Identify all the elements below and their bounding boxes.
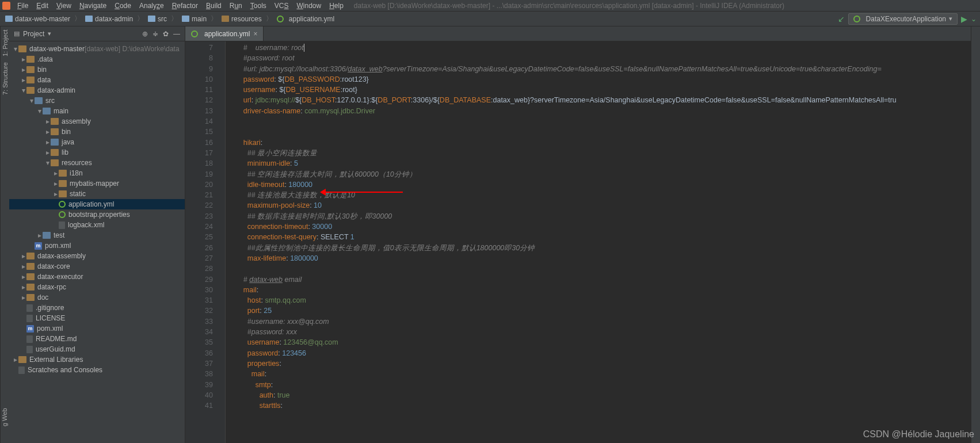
tree-row[interactable]: datax-rpc bbox=[9, 282, 185, 292]
tree-row[interactable]: .gitignore bbox=[9, 303, 185, 313]
panel-icon: ▤ bbox=[14, 30, 20, 37]
debug-button[interactable]: ⌄ bbox=[971, 15, 977, 23]
panel-title: Project bbox=[23, 30, 44, 38]
tree-row[interactable]: mpom.xml bbox=[9, 323, 185, 334]
tree-row[interactable]: test bbox=[9, 230, 185, 240]
breadcrumbs: datax-web-master〉 datax-admin〉 src〉 main… bbox=[3, 14, 336, 24]
chevron-down-icon[interactable]: ▾ bbox=[48, 30, 51, 37]
tree-row[interactable]: logback.xml bbox=[9, 220, 185, 230]
menu-analyze[interactable]: Analyze bbox=[136, 2, 167, 10]
tree-row[interactable]: i18n bbox=[9, 168, 185, 178]
tree-row[interactable]: src bbox=[9, 96, 185, 106]
menu-code[interactable]: Code bbox=[111, 2, 135, 10]
tree-row[interactable]: bin bbox=[9, 64, 185, 75]
tree-row[interactable]: Scratches and Consoles bbox=[9, 365, 185, 375]
tree-row[interactable]: bootstrap.properties bbox=[9, 209, 185, 220]
tree-row[interactable]: main bbox=[9, 106, 185, 116]
annotation-arrow bbox=[322, 192, 403, 193]
editor-area: application.yml × 7891011121314151617181… bbox=[185, 26, 971, 443]
menu-view[interactable]: View bbox=[53, 2, 75, 10]
chevron-down-icon: ▾ bbox=[949, 15, 952, 22]
project-header: ▤ Project ▾ ⊕ ≑ ✿ — bbox=[9, 26, 185, 41]
menu-edit[interactable]: Edit bbox=[33, 2, 52, 10]
crumb-4[interactable]: resources bbox=[220, 15, 264, 23]
tree-row[interactable]: application.yml bbox=[9, 199, 185, 209]
tab-label: application.yml bbox=[204, 30, 250, 38]
line-gutter: 7891011121314151617181920212223242526272… bbox=[185, 41, 218, 443]
crumb-5[interactable]: application.yml bbox=[275, 15, 336, 23]
tree-row[interactable]: assembly bbox=[9, 116, 185, 127]
tool-web[interactable]: g Web bbox=[0, 391, 9, 443]
editor-tab-application[interactable]: application.yml × bbox=[185, 26, 264, 41]
menu-tools[interactable]: Tools bbox=[247, 2, 270, 10]
window-title: datax-web [D:\ideaWorke\datax-web-master… bbox=[354, 2, 784, 10]
code-editor[interactable]: 7891011121314151617181920212223242526272… bbox=[185, 41, 971, 443]
crumb-2[interactable]: src bbox=[146, 15, 169, 23]
menu-refactor[interactable]: Refactor bbox=[169, 2, 201, 10]
menu-bar: File Edit View Navigate Code Analyze Ref… bbox=[0, 0, 980, 12]
hide-icon[interactable]: — bbox=[173, 30, 180, 38]
right-gutter[interactable] bbox=[971, 26, 980, 443]
tree-row[interactable]: java bbox=[9, 137, 185, 147]
close-icon[interactable]: × bbox=[253, 30, 257, 38]
menu-build[interactable]: Build bbox=[203, 2, 225, 10]
left-gutter[interactable]: 7: Structure 1: Project bbox=[0, 26, 9, 443]
project-tree[interactable]: datax-web-master [datax-web] D:\ideaWork… bbox=[9, 41, 185, 443]
tree-row[interactable]: datax-executor bbox=[9, 272, 185, 282]
tree-row[interactable]: .data bbox=[9, 54, 185, 64]
run-config-selector[interactable]: DataXExecutorApplication ▾ bbox=[848, 13, 958, 25]
run-config-label: DataXExecutorApplication bbox=[866, 15, 946, 23]
spring-icon bbox=[191, 30, 198, 37]
tree-row[interactable]: mybatis-mapper bbox=[9, 178, 185, 189]
spring-icon bbox=[853, 16, 860, 22]
sync-icon[interactable]: ↙ bbox=[838, 14, 845, 24]
tree-row[interactable]: static bbox=[9, 189, 185, 199]
tool-structure[interactable]: 7: Structure bbox=[2, 62, 9, 95]
tree-row[interactable]: datax-admin bbox=[9, 85, 185, 96]
code-content[interactable]: # username: root #password: root #url: j… bbox=[226, 41, 971, 443]
project-panel: ▤ Project ▾ ⊕ ≑ ✿ — datax-web-master [da… bbox=[9, 26, 185, 443]
run-button[interactable]: ▶ bbox=[961, 14, 967, 24]
menu-help[interactable]: Help bbox=[326, 2, 347, 10]
select-opened-icon[interactable]: ⊕ bbox=[142, 30, 148, 38]
watermark: CSDN @Hélodie Jaqueline bbox=[863, 429, 974, 440]
tree-row[interactable]: External Libraries bbox=[9, 354, 185, 365]
crumb-1[interactable]: datax-admin bbox=[83, 15, 135, 23]
tree-row[interactable]: datax-assembly bbox=[9, 251, 185, 261]
tree-row[interactable]: resources bbox=[9, 158, 185, 168]
tree-row[interactable]: bin bbox=[9, 127, 185, 137]
tree-row[interactable]: README.md bbox=[9, 334, 185, 344]
tool-project[interactable]: 1: Project bbox=[2, 30, 9, 56]
tree-row[interactable]: datax-core bbox=[9, 261, 185, 272]
tree-row[interactable]: doc bbox=[9, 292, 185, 303]
crumb-0[interactable]: datax-web-master bbox=[3, 15, 72, 23]
menu-navigate[interactable]: Navigate bbox=[76, 2, 110, 10]
expand-icon[interactable]: ≑ bbox=[152, 30, 158, 38]
nav-bar: datax-web-master〉 datax-admin〉 src〉 main… bbox=[0, 12, 980, 26]
toolbar-right: ↙ DataXExecutorApplication ▾ ▶ ⌄ bbox=[838, 13, 977, 25]
app-logo bbox=[2, 2, 10, 10]
tree-row[interactable]: mpom.xml bbox=[9, 240, 185, 251]
tree-row[interactable]: data bbox=[9, 75, 185, 85]
fold-gutter[interactable] bbox=[218, 41, 226, 443]
tree-row[interactable]: userGuid.md bbox=[9, 344, 185, 354]
menu-run[interactable]: Run bbox=[226, 2, 246, 10]
tree-row[interactable]: datax-web-master [datax-web] D:\ideaWork… bbox=[9, 44, 185, 54]
tree-row[interactable]: LICENSE bbox=[9, 313, 185, 323]
menu-file[interactable]: File bbox=[14, 2, 32, 10]
menu-window[interactable]: Window bbox=[293, 2, 325, 10]
settings-icon[interactable]: ✿ bbox=[163, 30, 169, 38]
crumb-3[interactable]: main bbox=[180, 15, 208, 23]
editor-tabbar: application.yml × bbox=[185, 26, 971, 41]
tree-row[interactable]: lib bbox=[9, 147, 185, 158]
menu-vcs[interactable]: VCS bbox=[271, 2, 292, 10]
